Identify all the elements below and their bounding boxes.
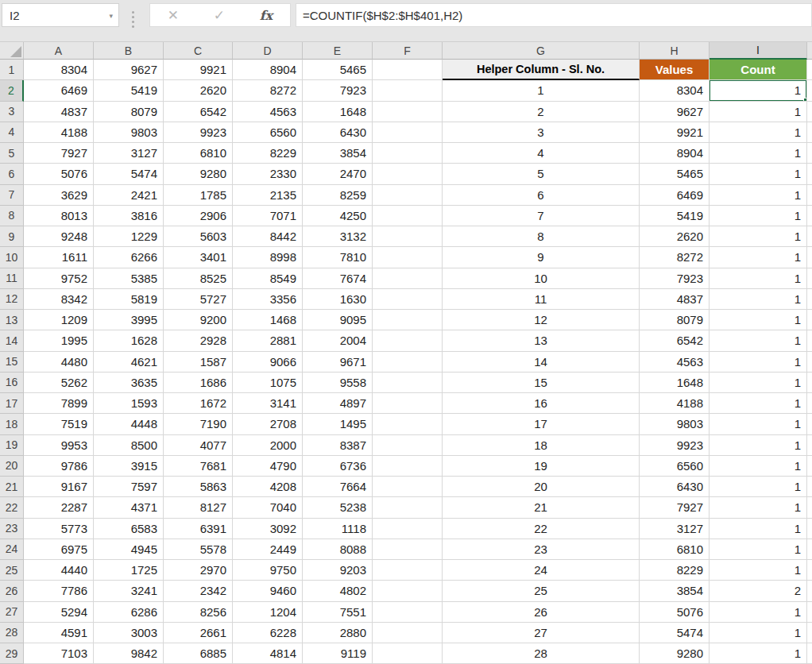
cell-D9[interactable]: 8442 [233,226,303,247]
cell-I27[interactable]: 1 [710,602,807,623]
col-header-G[interactable]: G [443,42,640,60]
cell-H2[interactable]: 8304 [640,80,710,101]
cell-H15[interactable]: 4563 [640,352,710,373]
cell-G14[interactable]: 13 [443,330,640,351]
cell-C27[interactable]: 8256 [164,602,233,623]
cell-H29[interactable]: 9280 [640,643,710,664]
cell-D8[interactable]: 7071 [233,206,303,226]
cell-C26[interactable]: 2342 [164,581,233,601]
cancel-icon[interactable]: ✕ [168,7,179,24]
cell-H20[interactable]: 6560 [640,456,710,477]
cell-F12[interactable] [373,289,443,310]
cell-I16[interactable]: 1 [710,373,807,393]
cell-F8[interactable] [373,206,443,226]
cell-H25[interactable]: 8229 [640,560,710,581]
insert-function-icon[interactable]: fx [260,8,273,23]
cell-C20[interactable]: 7681 [164,456,233,477]
cell-E22[interactable]: 5238 [303,497,373,518]
cell-H8[interactable]: 5419 [640,206,710,226]
cell-E19[interactable]: 8387 [303,435,373,456]
cell-G2[interactable]: 1 [443,80,640,101]
cell-B15[interactable]: 4621 [94,352,164,373]
cell-A20[interactable]: 9786 [24,456,94,477]
cell-B17[interactable]: 1593 [94,393,164,414]
cell-A24[interactable]: 6975 [24,539,94,560]
cell-F18[interactable] [373,414,443,434]
row-header-11[interactable]: 11 [0,268,24,289]
cell-E5[interactable]: 3854 [303,143,373,164]
cell-H26[interactable]: 3854 [640,581,710,601]
cell-G21[interactable]: 20 [443,477,640,497]
row-header-7[interactable]: 7 [0,185,24,206]
cell-A9[interactable]: 9248 [24,226,94,247]
name-box-dropdown-icon[interactable]: ▾ [109,12,113,20]
cell-C3[interactable]: 6542 [164,102,233,122]
cell-F11[interactable] [373,268,443,289]
cell-F21[interactable] [373,477,443,497]
cell-B9[interactable]: 1229 [94,226,164,247]
cell-D3[interactable]: 4563 [233,102,303,122]
cell-D18[interactable]: 2708 [233,414,303,434]
cell-C25[interactable]: 2970 [164,560,233,581]
cell-B2[interactable]: 5419 [94,80,164,101]
cell-E7[interactable]: 8259 [303,185,373,206]
cell-H19[interactable]: 9923 [640,435,710,456]
cell-H3[interactable]: 9627 [640,102,710,122]
cell-G28[interactable]: 27 [443,623,640,643]
cell-C29[interactable]: 6885 [164,643,233,664]
row-header-15[interactable]: 15 [0,352,24,373]
cell-F26[interactable] [373,581,443,601]
cell-B19[interactable]: 8500 [94,435,164,456]
cell-G29[interactable]: 28 [443,643,640,664]
cell-A25[interactable]: 4440 [24,560,94,581]
cell-G8[interactable]: 7 [443,206,640,226]
row-header-17[interactable]: 17 [0,393,24,414]
cell-I7[interactable]: 1 [710,185,807,206]
cell-A5[interactable]: 7927 [24,143,94,164]
cell-B5[interactable]: 3127 [94,143,164,164]
cell-I21[interactable]: 1 [710,477,807,497]
cell-G15[interactable]: 14 [443,352,640,373]
cell-G23[interactable]: 22 [443,519,640,539]
cell-H5[interactable]: 8904 [640,143,710,164]
cell-G13[interactable]: 12 [443,310,640,330]
cell-D29[interactable]: 4814 [233,643,303,664]
cell-E27[interactable]: 7551 [303,602,373,623]
cell-G10[interactable]: 9 [443,247,640,268]
cell-F25[interactable] [373,560,443,581]
cell-E14[interactable]: 2004 [303,330,373,351]
cell-C15[interactable]: 1587 [164,352,233,373]
cell-H12[interactable]: 4837 [640,289,710,310]
cell-F23[interactable] [373,519,443,539]
cell-F24[interactable] [373,539,443,560]
cell-E29[interactable]: 9119 [303,643,373,664]
cell-H7[interactable]: 6469 [640,185,710,206]
row-header-23[interactable]: 23 [0,519,24,539]
cell-C19[interactable]: 4077 [164,435,233,456]
cell-F3[interactable] [373,102,443,122]
formula-bar-drag-handle-icon[interactable] [132,11,134,14]
cell-A13[interactable]: 1209 [24,310,94,330]
cell-I10[interactable]: 1 [710,247,807,268]
select-all-button[interactable] [0,42,24,60]
cell-G6[interactable]: 5 [443,164,640,184]
cell-C24[interactable]: 5578 [164,539,233,560]
cell-D2[interactable]: 8272 [233,80,303,101]
selected-cell-I2[interactable]: 1 [710,80,807,101]
cell-A8[interactable]: 8013 [24,206,94,226]
cell-E13[interactable]: 9095 [303,310,373,330]
formula-input[interactable]: =COUNTIF($H$2:$H$401,H2) [296,3,812,27]
cell-B11[interactable]: 5385 [94,268,164,289]
cell-D21[interactable]: 4208 [233,477,303,497]
cell-G25[interactable]: 24 [443,560,640,581]
cell-E4[interactable]: 6430 [303,122,373,143]
cell-H9[interactable]: 2620 [640,226,710,247]
cell-I19[interactable]: 1 [710,435,807,456]
cell-D23[interactable]: 3092 [233,519,303,539]
cell-C17[interactable]: 1672 [164,393,233,414]
cell-C22[interactable]: 8127 [164,497,233,518]
cell-I24[interactable]: 1 [710,539,807,560]
cell-H22[interactable]: 7927 [640,497,710,518]
row-header-27[interactable]: 27 [0,602,24,623]
cell-E16[interactable]: 9558 [303,373,373,393]
